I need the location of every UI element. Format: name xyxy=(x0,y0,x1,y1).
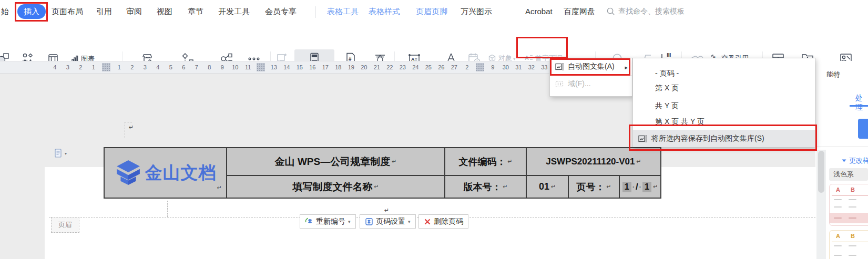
search-icon[interactable] xyxy=(606,7,615,16)
pilcrow-mark: ↵ xyxy=(636,158,641,165)
card-header-rule xyxy=(832,195,868,196)
field-icon xyxy=(555,80,564,88)
primary-button-fragment[interactable] xyxy=(858,119,868,139)
version-cell[interactable]: 01↵ xyxy=(527,176,568,198)
card-dash xyxy=(834,255,842,256)
card-dash xyxy=(849,245,856,246)
file-code-cell[interactable]: JSWPS20211120-V01↵ xyxy=(527,148,660,175)
margin-options-button[interactable]: ▾ xyxy=(54,149,67,158)
card-dash xyxy=(849,217,856,219)
tab-page-layout[interactable]: 页面布局 xyxy=(52,7,83,17)
ruler-number: 8 xyxy=(203,64,216,70)
page-setup-button[interactable]: 页码设置 ▾ xyxy=(360,214,416,229)
ruler-number: 19 xyxy=(345,64,358,70)
tab-review[interactable]: 审阅 xyxy=(126,7,142,17)
ruler-table-marker xyxy=(257,63,265,71)
tab-table-tools[interactable]: 表格工具 xyxy=(327,7,359,17)
ruler-number: 15 xyxy=(293,64,307,70)
ruler-number: 9 xyxy=(486,64,499,70)
vertical-scrollbar[interactable] xyxy=(816,150,826,259)
renumber-button[interactable]: 重新编号 ▾ xyxy=(300,214,356,229)
svg-text:Ⅲ: Ⅲ xyxy=(667,53,671,58)
boundary-mark xyxy=(167,201,168,217)
pilcrow-mark: ↵ xyxy=(503,183,507,190)
tab-references[interactable]: 引用 xyxy=(96,7,112,17)
table-style-card[interactable]: A B xyxy=(829,184,868,226)
ruler-number: 2 xyxy=(126,64,139,70)
pilcrow-mark: ↵ xyxy=(217,184,222,191)
ruler-number: 32 xyxy=(525,64,538,70)
ruler-number: 13 xyxy=(268,64,281,70)
page-number-cell[interactable]: 1 · / · 1 ↵ xyxy=(620,176,660,198)
doc-name-cell[interactable]: 填写制度文件名称↵ xyxy=(227,176,444,198)
ruler-number: 27 xyxy=(448,64,461,70)
tab-table-style[interactable]: 表格样式 xyxy=(369,7,400,17)
change-style-link[interactable]: 更改样式 xyxy=(849,156,868,165)
pilcrow-mark: ↵ xyxy=(384,207,389,214)
tab-acrobat[interactable]: Acrobat xyxy=(525,7,553,16)
pane-text-fragment: 能特 xyxy=(826,70,840,79)
scrollbar-thumb[interactable] xyxy=(818,151,824,193)
ruler-number: 4 xyxy=(48,64,62,70)
title-cell[interactable]: 金山 WPS—公司规章制度↵ xyxy=(227,148,444,175)
tab-baidu-pan[interactable]: 百度网盘 xyxy=(564,7,595,17)
ruler-number: 2 xyxy=(461,64,474,70)
ruler-number: 25 xyxy=(422,64,435,70)
tab-member[interactable]: 会员专享 xyxy=(265,7,297,17)
card-col-a: A xyxy=(836,187,840,193)
card-col-b: B xyxy=(851,233,855,239)
renumber-icon xyxy=(305,217,313,226)
card-dash xyxy=(834,245,842,246)
tab-wanxing[interactable]: 万兴图示 xyxy=(461,7,492,17)
submenu-item-page-x[interactable]: 第 X 页 xyxy=(655,84,679,93)
card-dash xyxy=(849,206,856,208)
kingsoft-docs-logo-icon xyxy=(115,160,142,186)
boundary-mark xyxy=(125,122,132,122)
ruler-number: 24 xyxy=(409,64,422,70)
ruler-number: 1 xyxy=(113,64,126,70)
submenu-item-page-code[interactable]: - 页码 - xyxy=(655,69,679,78)
page-current-field[interactable]: 1 xyxy=(622,182,631,192)
tab-divider xyxy=(315,6,316,18)
ribbon-tab-bar: 始 插入 页面布局 引用 审阅 视图 章节 开发工具 会员专享 表格工具 表格样… xyxy=(0,0,868,23)
ruler-number: 30 xyxy=(499,64,513,70)
ruler-number: 14 xyxy=(280,64,293,70)
pilcrow-mark: ↵ xyxy=(653,183,658,190)
file-code-label-cell[interactable]: 文件编码：↵ xyxy=(445,148,526,175)
ruler-number: 4 xyxy=(151,64,165,70)
ruler-number: 1 xyxy=(87,64,100,70)
tab-developer[interactable]: 开发工具 xyxy=(218,7,250,17)
tab-view[interactable]: 视图 xyxy=(157,7,172,17)
card-dash xyxy=(849,255,856,256)
annotation-box-insert-tab xyxy=(15,2,48,22)
delete-page-number-button[interactable]: 删除页码 xyxy=(418,214,468,229)
ruler-number: 31 xyxy=(512,64,525,70)
table-style-card[interactable]: A B xyxy=(829,230,868,259)
ruler-number: 5 xyxy=(165,64,178,70)
ruler-number: 20 xyxy=(358,64,371,70)
light-series-chip[interactable]: 浅色系 xyxy=(829,168,868,181)
section-collapse-icon[interactable] xyxy=(842,160,846,162)
chevron-down-icon: ▾ xyxy=(348,219,351,224)
version-label-cell[interactable]: 版本号：↵ xyxy=(445,176,526,198)
page-total-field[interactable]: 1 xyxy=(642,182,651,192)
ruler-table-marker xyxy=(102,63,110,71)
pilcrow-mark: ↵ xyxy=(551,183,556,190)
ribbon-toolbar: 形状 图标 功能图 图表 xyxy=(0,23,868,61)
pane-tab-fragment[interactable]: 处理 xyxy=(855,94,868,112)
submenu-item-total-y[interactable]: 共 Y 页 xyxy=(655,101,679,111)
annotation-box-doc-parts xyxy=(516,37,568,58)
ruler-number: 33 xyxy=(538,64,551,70)
header-table[interactable]: 金山文档 ↵ 金山 WPS—公司规章制度↵ 文件编码：↵ JSWPS202111… xyxy=(104,147,661,199)
page-label-cell[interactable]: 页号：↵ xyxy=(569,176,619,198)
search-input[interactable]: 查找命令、搜索模板 xyxy=(618,7,685,16)
ruler-number: 22 xyxy=(383,64,396,70)
tab-section[interactable]: 章节 xyxy=(188,7,203,17)
tab-header-footer[interactable]: 页眉页脚 xyxy=(416,7,447,17)
logo-cell[interactable]: 金山文档 ↵ xyxy=(105,148,226,198)
tab-home-partial[interactable]: 始 xyxy=(1,7,9,17)
ruler-number: 26 xyxy=(435,64,448,70)
page-separator: / xyxy=(636,182,638,192)
card-dash xyxy=(849,199,856,200)
ruler-number: 21 xyxy=(371,64,384,70)
